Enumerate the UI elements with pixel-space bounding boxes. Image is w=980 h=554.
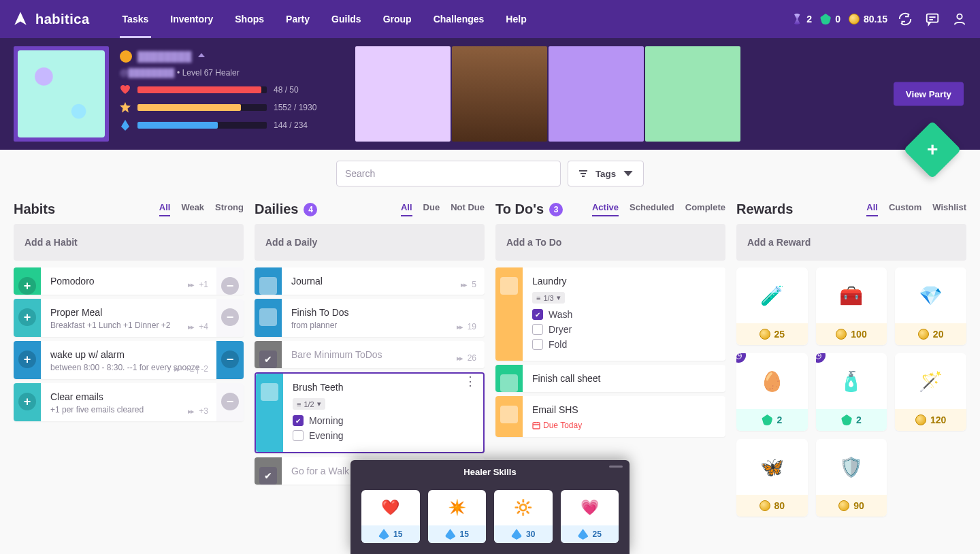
reward-item[interactable]: 🧪 25	[736, 267, 808, 345]
checklist-item[interactable]: Morning	[293, 415, 474, 426]
todo-laundry[interactable]: Laundry ≡ 1/3 ▾ Wash Dryer	[495, 267, 725, 361]
minimize-button[interactable]	[609, 466, 623, 468]
tags-filter-button[interactable]: Tags	[568, 161, 644, 186]
nav-shops[interactable]: Shops	[224, 0, 275, 38]
daily-bare-minimum[interactable]: Bare Minimum ToDos 26	[255, 341, 485, 368]
dailies-filter-due[interactable]: Due	[423, 202, 440, 216]
skill-burst[interactable]: ✴️ 15	[428, 490, 487, 543]
reward-item[interactable]: 🪄 120	[895, 353, 966, 431]
habit-minus-button[interactable]: −	[221, 393, 239, 410]
party-member-4[interactable]	[645, 46, 740, 142]
todos-filter-scheduled[interactable]: Scheduled	[630, 202, 674, 216]
hourglass-value: 2	[806, 14, 812, 25]
habit-minus-button[interactable]: −	[221, 308, 239, 326]
habit-plus-button[interactable]: +	[18, 393, 36, 410]
todo-email-shs[interactable]: Email SHS Due Today	[495, 396, 725, 437]
player-stats: ████████ @████████ • Level 67 Healer 48 …	[120, 46, 344, 142]
todo-checkbox[interactable]	[500, 277, 518, 295]
dailies-count: 4	[304, 203, 317, 216]
party-member-2[interactable]	[452, 46, 547, 142]
checkbox-icon[interactable]	[532, 339, 543, 350]
nav-inventory[interactable]: Inventory	[159, 0, 224, 38]
nav-guilds[interactable]: Guilds	[321, 0, 372, 38]
checklist-item[interactable]: Evening	[293, 430, 474, 441]
checklist-item[interactable]: Dryer	[532, 324, 716, 335]
habit-proper-meal[interactable]: + Proper Meal Breakfast +1 Lunch +1 Dinn…	[14, 299, 244, 337]
daily-brush-teeth[interactable]: ⋮ Brush Teeth ≡ 1/2 ▾ Morning Evening	[255, 372, 485, 453]
habit-minus-button[interactable]: −	[221, 277, 239, 295]
search-input[interactable]	[336, 161, 561, 186]
skill-heal[interactable]: ❤️ 15	[361, 490, 420, 543]
nav-challenges[interactable]: Challenges	[423, 0, 495, 38]
hp-bar	[137, 86, 267, 93]
todos-filter-active[interactable]: Active	[592, 202, 619, 216]
habit-plus-button[interactable]: +	[18, 308, 36, 326]
rewards-filter-custom[interactable]: Custom	[889, 202, 921, 216]
notifications-button[interactable]	[923, 10, 942, 29]
checkbox-icon[interactable]	[532, 324, 543, 335]
daily-finish-todos[interactable]: Finish To Dos from planner 19	[255, 299, 485, 337]
checklist-toggle[interactable]: ≡ 1/3 ▾	[532, 292, 565, 304]
view-party-button[interactable]: View Party	[894, 82, 964, 106]
gold-icon	[760, 500, 770, 511]
habit-plus-button[interactable]: +	[18, 277, 36, 295]
daily-checkbox[interactable]	[259, 277, 277, 295]
nav-help[interactable]: Help	[495, 0, 537, 38]
daily-checkbox[interactable]	[259, 351, 277, 368]
checkbox-icon[interactable]	[293, 415, 304, 426]
checklist-toggle[interactable]: ≡ 1/2 ▾	[293, 398, 325, 410]
task-menu-button[interactable]: ⋮	[464, 379, 476, 383]
add-todo-input[interactable]: Add a To Do	[495, 224, 725, 261]
reward-item[interactable]: ◷ 🧴 2	[816, 353, 887, 431]
todo-checkbox[interactable]	[500, 374, 518, 392]
dailies-filter-notdue[interactable]: Not Due	[451, 202, 485, 216]
logo[interactable]: habitica	[11, 10, 90, 29]
mana-icon	[578, 529, 589, 540]
checklist-item[interactable]: Wash	[532, 309, 716, 320]
skill-bless[interactable]: 💗 25	[561, 490, 619, 543]
daily-checkbox[interactable]	[259, 308, 277, 326]
habit-plus-button[interactable]: +	[18, 351, 36, 368]
party-member-1[interactable]	[355, 46, 451, 142]
player-avatar[interactable]	[14, 46, 109, 142]
habit-wake-up[interactable]: + wake up w/ alarm between 8:00 - 8:30. …	[14, 341, 244, 379]
streak-icon	[174, 364, 182, 374]
habit-clear-emails[interactable]: + Clear emails +1 per five emails cleare…	[14, 383, 244, 421]
reward-item[interactable]: 💎 20	[895, 267, 966, 345]
todo-call-sheet[interactable]: Finish call sheet	[495, 365, 725, 392]
add-habit-input[interactable]: Add a Habit	[14, 224, 244, 261]
daily-journal[interactable]: Journal 5	[255, 267, 485, 295]
daily-checkbox[interactable]	[259, 467, 277, 485]
dailies-filter-all[interactable]: All	[401, 202, 412, 216]
skill-protect[interactable]: 🔆 30	[494, 490, 553, 543]
nav-tasks[interactable]: Tasks	[112, 0, 160, 38]
todos-column: To Do's 3 Active Scheduled Complete Add …	[495, 201, 725, 441]
habits-filter-weak[interactable]: Weak	[181, 202, 204, 216]
nav-party[interactable]: Party	[275, 0, 321, 38]
rewards-filter-all[interactable]: All	[866, 202, 878, 216]
reward-item[interactable]: 🦋 80	[736, 439, 808, 517]
habits-filter-strong[interactable]: Strong	[215, 202, 244, 216]
add-reward-input[interactable]: Add a Reward	[736, 224, 966, 261]
habit-pomodoro[interactable]: + Pomodoro +1 −	[14, 267, 244, 295]
reward-item[interactable]: ◷ 🥚 2	[736, 353, 808, 431]
add-daily-input[interactable]: Add a Daily	[255, 224, 485, 261]
habits-filter-all[interactable]: All	[159, 202, 171, 216]
contributor-badge-icon	[120, 50, 132, 63]
daily-checkbox[interactable]	[261, 383, 278, 401]
gold-icon	[838, 500, 849, 511]
todos-filter-complete[interactable]: Complete	[685, 202, 725, 216]
gold-value: 80.15	[864, 14, 887, 25]
todo-checkbox[interactable]	[500, 406, 518, 423]
reward-item[interactable]: 🧰 100	[816, 267, 887, 345]
sync-button[interactable]	[896, 10, 915, 29]
reward-item[interactable]: 🛡️ 90	[816, 439, 887, 517]
nav-group[interactable]: Group	[372, 0, 423, 38]
profile-button[interactable]	[950, 10, 969, 29]
habit-minus-button[interactable]: −	[221, 351, 239, 368]
checkbox-icon[interactable]	[293, 430, 304, 441]
rewards-filter-wishlist[interactable]: Wishlist	[932, 202, 966, 216]
party-member-3[interactable]	[549, 46, 644, 142]
checklist-item[interactable]: Fold	[532, 339, 716, 350]
checkbox-icon[interactable]	[532, 309, 543, 320]
